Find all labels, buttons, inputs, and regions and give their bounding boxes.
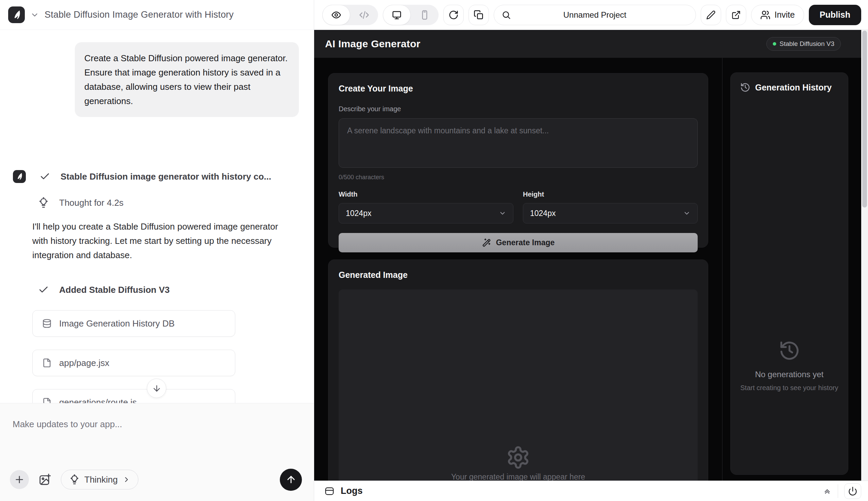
copy-button[interactable] [468, 5, 489, 25]
invite-button[interactable]: Invite [751, 5, 804, 25]
invite-label: Invite [774, 10, 795, 20]
thinking-mode-selector[interactable]: Thinking [61, 470, 138, 489]
code-icon [359, 10, 369, 20]
expand-logs-button[interactable] [823, 487, 832, 495]
logs-label[interactable]: Logs [341, 486, 363, 496]
arrow-down-icon [152, 384, 162, 393]
send-button[interactable] [280, 469, 302, 491]
artifact-label: generations/route.js [59, 397, 137, 403]
generated-app-header: AI Image Generator Stable Diffusion V3 [314, 30, 861, 58]
thought-duration: Thought for 4.2s [59, 198, 123, 208]
thought-row[interactable]: Thought for 4.2s [38, 197, 123, 208]
eye-icon [331, 10, 341, 20]
artifact-label: Image Generation History DB [59, 318, 175, 329]
lightbulb-icon [69, 475, 79, 485]
model-badge: Stable Diffusion V3 [766, 37, 841, 51]
file-icon [42, 398, 52, 403]
logo-swoosh-icon [14, 171, 24, 182]
rename-button[interactable] [701, 5, 721, 25]
copy-icon [474, 10, 484, 20]
artifact-label: app/page.jsx [59, 358, 109, 369]
device-toggle [383, 5, 438, 25]
mobile-view-button[interactable] [411, 5, 438, 25]
artifact-card-file[interactable]: generations/route.js [32, 389, 235, 403]
assistant-paragraph: I'll help you create a Stable Diffusion … [32, 220, 296, 262]
user-message-bubble: Create a Stable Diffusion powered image … [75, 42, 299, 117]
artifact-card-file[interactable]: app/page.jsx [32, 350, 235, 376]
app-preview: AI Image Generator Stable Diffusion V3 C… [314, 30, 868, 481]
generate-image-button[interactable]: Generate Image [339, 233, 698, 252]
file-icon [42, 358, 52, 368]
artifact-card-database[interactable]: Image Generation History DB [32, 310, 235, 337]
phone-icon [420, 10, 430, 20]
add-image-button[interactable] [39, 473, 51, 486]
height-select[interactable]: 1024px [523, 203, 698, 223]
open-external-button[interactable] [726, 5, 746, 25]
logs-bar: Logs [314, 481, 868, 501]
history-empty-title: No generations yet [731, 370, 848, 379]
describe-label: Describe your image [339, 105, 698, 113]
model-badge-label: Stable Diffusion V3 [780, 40, 834, 47]
scroll-to-bottom-button[interactable] [147, 379, 166, 398]
status-dot [773, 42, 776, 45]
history-header: Generation History [740, 82, 838, 93]
preview-pane: Unnamed Project Invite Publish AI Image … [314, 0, 868, 501]
preview-scrollbar[interactable] [861, 30, 868, 481]
chevron-down-icon [499, 210, 506, 217]
history-icon [740, 82, 750, 93]
publish-button[interactable]: Publish [809, 5, 861, 25]
width-label: Width [339, 191, 513, 198]
gear-icon [506, 445, 530, 470]
check-icon [38, 284, 49, 295]
chat-messages[interactable]: Create a Stable Diffusion powered image … [0, 30, 314, 403]
history-icon [779, 340, 800, 362]
preview-mode-button[interactable] [322, 5, 350, 25]
desktop-view-button[interactable] [383, 5, 411, 25]
task-summary[interactable]: Stable Diffusion image generator with hi… [61, 171, 271, 182]
width-value: 1024px [346, 209, 371, 218]
monitor-icon [392, 10, 402, 20]
project-title: Stable Diffusion Image Generator with Hi… [45, 10, 234, 20]
app-logo[interactable] [8, 7, 25, 23]
char-counter: 0/500 characters [339, 174, 698, 181]
assistant-avatar [13, 170, 26, 183]
thinking-label: Thinking [84, 475, 118, 485]
chevron-down-icon [683, 210, 691, 217]
scrollbar-thumb[interactable] [862, 31, 867, 207]
prompt-input[interactable] [339, 118, 698, 168]
generated-app-title: AI Image Generator [325, 38, 420, 50]
history-empty-state: No generations yet Start creating to see… [731, 340, 848, 392]
power-button[interactable] [844, 483, 861, 499]
logs-panel-icon [324, 486, 335, 496]
chevron-down-icon[interactable] [30, 11, 39, 19]
width-select[interactable]: 1024px [339, 203, 513, 223]
users-icon [760, 10, 770, 20]
refresh-button[interactable] [443, 5, 464, 25]
generated-app-body: Create Your Image Describe your image 0/… [314, 58, 861, 481]
lightbulb-icon [38, 197, 49, 208]
height-label: Height [523, 191, 698, 198]
logo-swoosh-icon [10, 9, 23, 21]
add-attachment-button[interactable] [10, 470, 29, 489]
added-step-label: Added Stable Diffusion V3 [59, 285, 170, 295]
app-root: Stable Diffusion Image Generator with Hi… [0, 0, 868, 501]
check-icon [40, 171, 50, 182]
added-step-row: Added Stable Diffusion V3 [38, 284, 170, 295]
history-title: Generation History [755, 83, 832, 93]
dimensions-row: Width 1024px Height 1024px [339, 191, 698, 223]
height-value: 1024px [530, 209, 555, 218]
plus-icon [14, 474, 25, 485]
generated-empty-text: Your generated image will appear here [339, 472, 698, 481]
pencil-icon [706, 10, 716, 20]
generation-history-card: Generation History No generations yet St… [730, 73, 848, 475]
project-url-field[interactable]: Unnamed Project [494, 5, 696, 25]
composer-toolbar: Thinking [10, 468, 302, 491]
create-card-title: Create Your Image [339, 84, 698, 94]
logs-controls [823, 483, 861, 499]
power-icon [848, 486, 857, 496]
composer-input[interactable]: Make updates to your app... [13, 419, 300, 429]
create-image-card: Create Your Image Describe your image 0/… [328, 73, 708, 248]
chat-header: Stable Diffusion Image Generator with Hi… [0, 0, 314, 30]
code-mode-button[interactable] [350, 5, 378, 25]
history-empty-subtitle: Start creating to see your history [731, 384, 848, 392]
